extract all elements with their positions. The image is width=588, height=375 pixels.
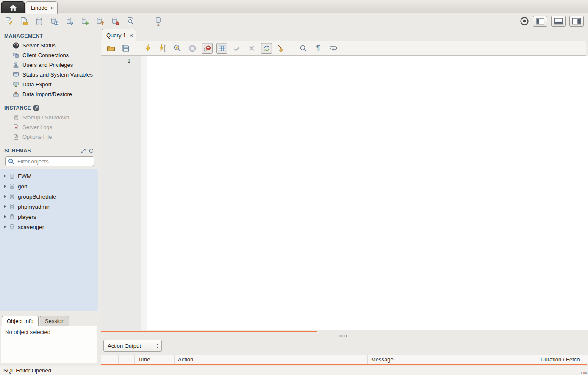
resize-grip[interactable] bbox=[581, 372, 587, 374]
stop-on-error-icon bbox=[203, 44, 211, 52]
limit-rows-toggle[interactable] bbox=[216, 43, 227, 54]
schema-item-phpmyadmin[interactable]: phpmyadmin bbox=[0, 201, 98, 212]
sql-file-new-icon bbox=[4, 17, 13, 26]
save-icon bbox=[122, 44, 130, 52]
connection-tab-linode[interactable]: Linode × bbox=[26, 1, 58, 14]
editor-toolbar: ¶ bbox=[101, 41, 586, 56]
toggle-left-sidebar-button[interactable] bbox=[533, 16, 547, 27]
expander-caret-icon[interactable] bbox=[4, 174, 6, 178]
main-toolbar-left-group bbox=[4, 17, 163, 26]
query-tab[interactable]: Query 1 × bbox=[102, 29, 136, 41]
sql-editor-area: Query 1 × bbox=[101, 29, 588, 366]
sql-code-editor[interactable]: 1 bbox=[101, 56, 588, 330]
schema-filter-input[interactable] bbox=[17, 158, 91, 165]
server-status-icon bbox=[13, 42, 19, 49]
expander-caret-icon[interactable] bbox=[4, 195, 6, 198]
magnifier-icon bbox=[300, 44, 307, 52]
reconnect-dbms-button[interactable] bbox=[154, 17, 163, 26]
commit-button[interactable] bbox=[231, 43, 242, 54]
result-grid-icon bbox=[218, 45, 226, 52]
main-toolbar-right-group bbox=[520, 16, 584, 27]
connection-status-icon[interactable] bbox=[520, 17, 529, 26]
schema-item-golf[interactable]: golf bbox=[0, 181, 98, 191]
sidebar-item-data-export[interactable]: Data Export bbox=[0, 80, 98, 89]
clear-query-button[interactable] bbox=[276, 43, 287, 54]
code-area[interactable] bbox=[147, 56, 588, 330]
close-icon[interactable]: × bbox=[129, 32, 133, 39]
new-procedure-button[interactable] bbox=[80, 17, 89, 26]
new-schema-button[interactable] bbox=[35, 17, 44, 26]
output-col-duration[interactable]: Duration / Fetch bbox=[537, 355, 588, 364]
status-bar: SQL Editor Opened. bbox=[0, 366, 588, 375]
new-table-button[interactable] bbox=[50, 17, 59, 26]
schema-item-scavenger[interactable]: scavenger bbox=[0, 222, 98, 232]
explain-magnifier-icon bbox=[173, 44, 182, 52]
expander-caret-icon[interactable] bbox=[4, 185, 6, 188]
expand-collapse-icon[interactable] bbox=[80, 148, 86, 154]
main-toolbar bbox=[0, 14, 588, 29]
new-user-button[interactable] bbox=[111, 17, 120, 26]
output-col-index[interactable] bbox=[101, 355, 119, 364]
new-view-button[interactable] bbox=[65, 17, 74, 26]
schema-db-icon bbox=[9, 214, 15, 220]
toggle-right-sidebar-button[interactable] bbox=[569, 16, 584, 27]
expander-caret-icon[interactable] bbox=[4, 205, 6, 208]
new-function-button[interactable] bbox=[96, 17, 105, 26]
schema-item-players[interactable]: players bbox=[0, 212, 98, 222]
execute-button[interactable] bbox=[142, 43, 153, 54]
tab-session[interactable]: Session bbox=[40, 316, 69, 326]
server-logs-icon bbox=[13, 124, 19, 130]
sidebar-item-data-import[interactable]: Data Import/Restore bbox=[0, 89, 98, 99]
refresh-schemas-icon[interactable] bbox=[89, 148, 94, 154]
open-sql-script-button[interactable] bbox=[19, 17, 28, 26]
output-col-status[interactable] bbox=[119, 355, 135, 364]
connection-tab-label: Linode bbox=[31, 5, 47, 11]
expander-caret-icon[interactable] bbox=[4, 225, 6, 229]
close-icon[interactable]: × bbox=[50, 5, 54, 11]
output-col-message[interactable]: Message bbox=[368, 355, 537, 364]
wrap-text-toggle[interactable] bbox=[327, 43, 338, 54]
expander-caret-icon[interactable] bbox=[4, 215, 6, 218]
query-tab-label: Query 1 bbox=[106, 32, 126, 39]
sidebar-item-options-file[interactable]: Options File bbox=[0, 132, 98, 142]
stop-button[interactable] bbox=[187, 43, 198, 54]
schema-db-icon bbox=[9, 183, 15, 189]
schema-db-icon bbox=[9, 173, 15, 179]
output-col-time[interactable]: Time bbox=[135, 355, 175, 364]
home-icon bbox=[9, 4, 17, 11]
toggle-output-panel-button[interactable] bbox=[551, 16, 566, 27]
sidebar-item-startup-shutdown[interactable]: Startup / Shutdown bbox=[0, 113, 98, 122]
left-panel-icon bbox=[536, 18, 544, 25]
splitter-grip[interactable] bbox=[339, 334, 347, 338]
save-script-button[interactable] bbox=[120, 43, 131, 54]
sidebar-item-status-system-variables[interactable]: Status and System Variables bbox=[0, 70, 98, 80]
home-tab[interactable] bbox=[1, 1, 25, 13]
explain-button[interactable] bbox=[172, 43, 183, 54]
commit-check-icon bbox=[233, 45, 241, 52]
schema-item-fwm[interactable]: FWM bbox=[0, 171, 98, 181]
schema-item-groupschedule[interactable]: groupSchedule bbox=[0, 191, 98, 201]
output-view-select[interactable]: Action Output bbox=[103, 340, 162, 352]
tab-object-info[interactable]: Object Info bbox=[2, 316, 39, 326]
autocommit-toggle[interactable] bbox=[261, 43, 272, 54]
search-table-data-button[interactable] bbox=[126, 17, 135, 26]
output-col-action[interactable]: Action bbox=[175, 355, 368, 364]
sidebar-item-client-connections[interactable]: Client Connections bbox=[0, 50, 98, 60]
select-spinner[interactable] bbox=[153, 340, 161, 351]
database-icon bbox=[35, 17, 44, 26]
sidebar-item-server-logs[interactable]: Server Logs bbox=[0, 122, 98, 132]
sql-file-open-icon bbox=[19, 17, 28, 26]
open-file-button[interactable] bbox=[105, 43, 116, 54]
pilcrow-icon: ¶ bbox=[316, 44, 320, 52]
execute-current-button[interactable] bbox=[157, 43, 168, 54]
fold-margin bbox=[141, 56, 147, 330]
new-query-tab-button[interactable] bbox=[4, 17, 13, 26]
sidebar-item-server-status[interactable]: Server Status bbox=[0, 41, 98, 50]
users-icon bbox=[13, 62, 19, 68]
sidebar-item-users-privileges[interactable]: Users and Privileges bbox=[0, 60, 98, 70]
find-button[interactable] bbox=[298, 43, 309, 54]
schema-db-icon bbox=[9, 224, 15, 230]
stop-on-error-toggle[interactable] bbox=[202, 43, 213, 54]
rollback-button[interactable] bbox=[246, 43, 257, 54]
invisible-chars-toggle[interactable]: ¶ bbox=[313, 43, 324, 54]
